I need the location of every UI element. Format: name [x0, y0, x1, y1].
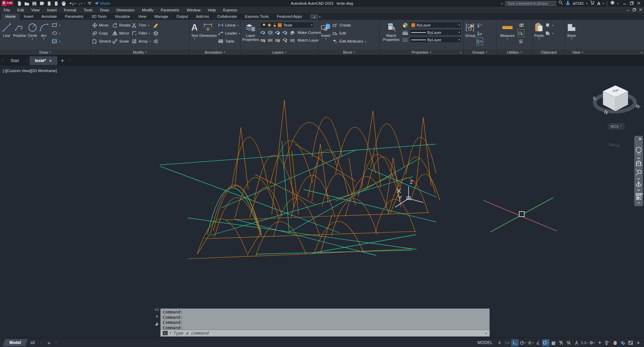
share-button[interactable]: Share	[94, 1, 110, 6]
menu-draw[interactable]: Draw	[96, 7, 113, 13]
save-as-button[interactable]	[39, 1, 45, 6]
trim-button[interactable]: Trim▾	[132, 22, 151, 28]
plot-status-button[interactable]	[611, 339, 619, 346]
transparency-toggle[interactable]: ▩	[550, 339, 557, 346]
polar-tracking-toggle[interactable]: ▾	[519, 339, 526, 346]
edit-block-button[interactable]: Edit	[332, 30, 366, 37]
leader-button[interactable]: Leader▾	[218, 30, 240, 37]
plot-button[interactable]	[61, 1, 66, 6]
tab-insert[interactable]: Insert	[20, 13, 38, 20]
tab-manage[interactable]: Manage	[150, 13, 172, 20]
paste-button[interactable]: Paste▾	[534, 21, 544, 40]
panel-title-view[interactable]: View▾↘	[565, 49, 644, 55]
help-icon[interactable]: ?	[610, 0, 615, 6]
graphics-performance-button[interactable]	[619, 339, 627, 346]
redo-dropdown[interactable]: ▾	[84, 2, 85, 5]
command-close-icon[interactable]: ✕	[155, 314, 158, 319]
group-selection-toggle[interactable]	[477, 38, 482, 45]
file-tab-close-icon[interactable]: ✕	[49, 59, 52, 63]
search-input[interactable]	[505, 1, 556, 6]
object-snap-tracking-toggle[interactable]: ∠	[534, 339, 542, 346]
ellipse-button[interactable]: ▾	[52, 30, 61, 37]
file-tab-start[interactable]: Start	[5, 56, 24, 65]
layer-properties-button[interactable]: Layer Properties	[242, 21, 259, 42]
navigation-bar[interactable]: 2D	[634, 136, 643, 206]
tab-featured-apps[interactable]: Featured Apps	[273, 13, 306, 20]
group-button[interactable]: Group	[465, 21, 476, 38]
cart-icon[interactable]	[590, 0, 595, 6]
circle-button[interactable]: Circle▾	[28, 21, 38, 40]
command-window[interactable]: ⣿⣿⠛⠛ ✕ Command: Command: Command: Comman…	[160, 308, 490, 337]
menu-file[interactable]: File	[0, 7, 14, 13]
edit-attributes-button[interactable]: Edit Attributes▾	[332, 38, 366, 45]
measure-button[interactable]: Measure▾	[498, 21, 517, 40]
model-tab[interactable]: Model	[3, 339, 28, 346]
wcs-selector[interactable]: WCS▽	[608, 123, 625, 129]
redo-button[interactable]: ▾	[78, 1, 85, 6]
new-drawing-tab-button[interactable]: +	[57, 57, 67, 64]
layer-freeze-button[interactable]	[275, 31, 280, 35]
open-file-button[interactable]	[24, 1, 30, 6]
autodesk-logo-icon[interactable]: A	[597, 1, 600, 6]
layer-combo[interactable]: Teste ▾	[260, 22, 314, 28]
layout-tab-a3[interactable]: a3	[26, 340, 39, 345]
hatch-button[interactable]: ▾	[52, 38, 61, 45]
username-label[interactable]: al7161	[573, 1, 584, 5]
panel-title-utilities[interactable]: Utilities▾	[496, 49, 532, 55]
command-input-row[interactable]: >_ ▼ Type a command ▲	[160, 330, 490, 337]
line-button[interactable]: Line	[2, 21, 12, 38]
tab-3d-tools[interactable]: 3D Tools	[88, 13, 111, 20]
panel-title-block[interactable]: Block▾	[319, 49, 379, 55]
object-snap-toggle[interactable]: ▾	[542, 339, 549, 346]
text-button[interactable]: A Text▾	[191, 21, 198, 40]
menu-tools[interactable]: Tools	[80, 7, 96, 13]
layer-on2-button[interactable]	[260, 38, 265, 43]
viewport-controls-label[interactable]: [-][Custom View][2D Wireframe]	[3, 69, 57, 73]
qat-customize-button[interactable]	[88, 2, 92, 5]
array-button[interactable]: Array▾	[132, 38, 151, 45]
group-edit-button[interactable]	[477, 30, 482, 37]
menu-edit[interactable]: Edit	[14, 7, 28, 13]
panel-title-layers[interactable]: Layers▾	[240, 49, 318, 55]
autodesk-dropdown[interactable]: ▾	[603, 2, 604, 5]
properties-launcher[interactable]: ↘	[459, 51, 462, 54]
insert-block-button[interactable]: Insert▾	[320, 21, 331, 40]
menu-view[interactable]: View	[28, 7, 43, 13]
command-drag-handle[interactable]: ⣿⣿⠛⠛	[155, 308, 159, 312]
fillet-button[interactable]: Fillet▾	[132, 30, 151, 37]
match-properties-button[interactable]: Match Properties	[381, 21, 401, 42]
minimize-button[interactable]	[623, 0, 627, 6]
tab-collaborate[interactable]: Collaborate	[213, 13, 241, 20]
new-layout-button[interactable]: +	[44, 340, 54, 346]
tab-parametric[interactable]: Parametric	[61, 13, 88, 20]
scale-button[interactable]: Scale	[112, 38, 130, 45]
new-file-button[interactable]	[17, 1, 22, 6]
snap-toggle[interactable]: ∷▾	[503, 339, 511, 346]
isometric-drafting-toggle[interactable]: ▾	[527, 339, 534, 346]
annotation-visibility-toggle[interactable]	[557, 339, 565, 346]
command-expand-icon[interactable]: ▲	[485, 332, 487, 335]
calculator-button[interactable]	[518, 38, 524, 45]
doc-restore-button[interactable]	[633, 8, 636, 12]
tab-output[interactable]: Output	[172, 13, 192, 20]
mirror-button[interactable]: Mirror	[112, 30, 130, 37]
layer-sun-button[interactable]	[275, 38, 280, 43]
base-button[interactable]: Base▾	[567, 21, 577, 40]
layer-combo-dropdown[interactable]: ▾	[311, 23, 312, 26]
tab-home[interactable]: Home	[1, 13, 20, 20]
tab-visualize[interactable]: Visualize	[111, 13, 134, 20]
viewcube[interactable]: E N W BACK LEFT TOP	[592, 66, 641, 148]
autocad-logo-icon[interactable]: ACAD	[2, 1, 14, 6]
command-input[interactable]: Type a command	[173, 331, 209, 336]
doc-minimize-button[interactable]	[626, 8, 630, 12]
make-current-button[interactable]: Make Current	[298, 31, 321, 35]
open-from-mobile-button[interactable]	[47, 1, 52, 6]
linear-dimension-button[interactable]: Linear▾	[218, 22, 240, 28]
menu-parametric[interactable]: Parametric	[157, 7, 183, 13]
save-button[interactable]	[32, 1, 37, 6]
ribbon-collapse-button[interactable]: ▲▾	[311, 15, 320, 20]
command-recent-dropdown[interactable]: ▼	[169, 332, 172, 334]
layer-isolate-button[interactable]	[268, 31, 273, 35]
clean-screen-button[interactable]	[627, 339, 634, 346]
save-to-mobile-button[interactable]	[54, 1, 59, 6]
